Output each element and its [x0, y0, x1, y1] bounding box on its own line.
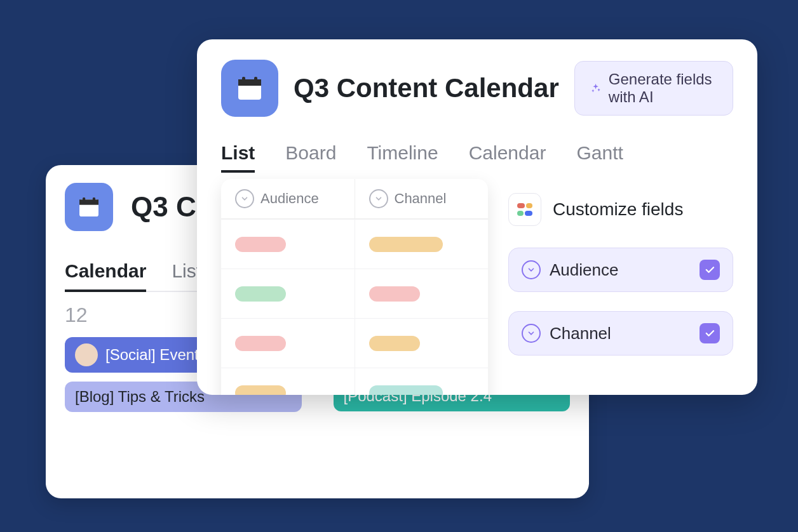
svg-rect-6: [242, 77, 245, 83]
tab-list[interactable]: List: [221, 142, 255, 173]
table-cell: [221, 368, 355, 395]
customize-fields-title: Customize fields: [553, 199, 683, 220]
dropdown-icon: [522, 260, 541, 279]
svg-rect-11: [525, 211, 532, 216]
column-header-channel[interactable]: Channel: [355, 179, 489, 218]
table-row[interactable]: [221, 219, 488, 269]
sparkle-icon: [590, 81, 601, 96]
tab-gantt[interactable]: Gantt: [576, 142, 623, 173]
front-card-tabs: List Board Timeline Calendar Gantt: [221, 142, 733, 173]
svg-rect-7: [254, 77, 257, 83]
dropdown-icon: [235, 189, 254, 208]
svg-rect-1: [79, 199, 98, 204]
tab-timeline[interactable]: Timeline: [367, 142, 438, 173]
checkbox-checked[interactable]: [700, 260, 720, 280]
tag-pill: [369, 385, 443, 396]
svg-rect-5: [238, 79, 261, 86]
front-card-title: Q3 Content Calendar: [294, 73, 559, 103]
dropdown-icon: [369, 189, 388, 208]
table-cell: [355, 219, 489, 269]
tag-pill: [235, 385, 286, 396]
calendar-app-icon: [65, 183, 113, 231]
tag-pill: [369, 237, 443, 252]
tab-calendar[interactable]: Calendar: [469, 142, 546, 173]
column-header-label: Audience: [260, 190, 319, 207]
table-cell: [355, 368, 489, 395]
list-columns-panel: Audience Channel: [221, 179, 488, 395]
generate-fields-ai-button[interactable]: Generate fields with AI: [574, 61, 733, 116]
checkbox-checked[interactable]: [700, 323, 720, 343]
customize-fields-icon: [508, 193, 541, 226]
tag-pill: [369, 286, 420, 302]
customize-fields-panel: Customize fields AudienceChannel: [508, 179, 733, 375]
tag-pill: [235, 237, 286, 252]
svg-rect-10: [517, 211, 524, 216]
table-cell: [355, 318, 489, 368]
svg-rect-9: [526, 203, 532, 208]
svg-rect-3: [93, 197, 95, 203]
table-row[interactable]: [221, 269, 488, 318]
tag-pill: [235, 336, 286, 351]
tag-pill: [369, 336, 420, 351]
field-label: Channel: [550, 324, 691, 343]
customize-field-item[interactable]: Audience: [508, 248, 733, 292]
svg-rect-8: [517, 203, 525, 208]
table-cell: [221, 219, 355, 269]
column-header-label: Channel: [395, 190, 447, 207]
calendar-app-icon: [221, 60, 278, 117]
calendar-event-label: [Blog] Tips & Tricks: [75, 388, 205, 406]
avatar: [75, 343, 98, 366]
svg-rect-2: [83, 197, 85, 203]
field-label: Audience: [550, 260, 691, 280]
tab-calendar[interactable]: Calendar: [65, 260, 146, 292]
list-card: Q3 Content Calendar Generate fields with…: [197, 39, 757, 395]
table-cell: [221, 318, 355, 368]
table-cell: [355, 269, 489, 318]
tag-pill: [235, 286, 286, 302]
calendar-event-label: [Social] Event: [105, 346, 199, 364]
table-cell: [221, 269, 355, 318]
table-row[interactable]: [221, 368, 488, 395]
table-row[interactable]: [221, 318, 488, 368]
ai-button-label: Generate fields with AI: [609, 70, 717, 106]
dropdown-icon: [522, 324, 541, 343]
tab-board[interactable]: Board: [285, 142, 336, 173]
column-header-audience[interactable]: Audience: [221, 179, 355, 218]
customize-field-item[interactable]: Channel: [508, 311, 733, 356]
